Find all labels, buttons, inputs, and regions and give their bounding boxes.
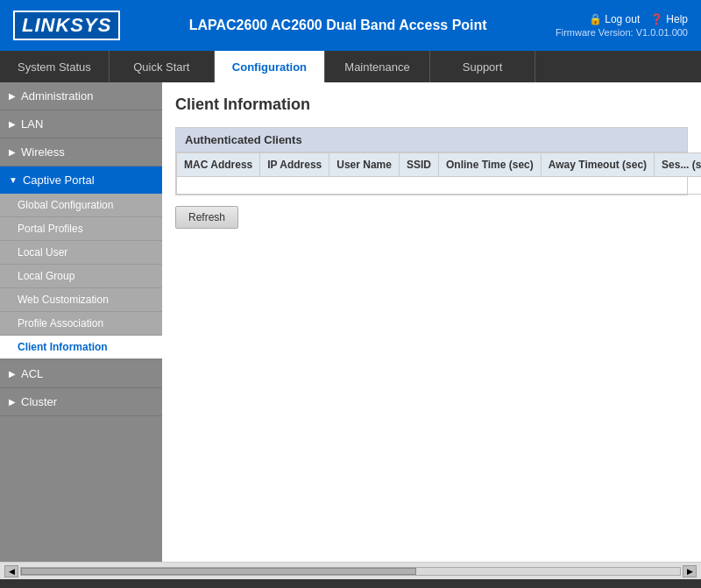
logo-area: LINKSYS [13, 11, 120, 40]
page-title-area: Client Information [175, 96, 688, 114]
footer: © 2016 Belkin International, Inc. and/or… [0, 579, 701, 588]
scroll-left-button[interactable]: ◀ [4, 565, 18, 577]
arrow-icon: ▶ [9, 369, 16, 379]
table-section-header: Authenticated Clients [176, 128, 687, 152]
nav-tabs: System Status Quick Start Configuration … [0, 51, 701, 82]
sidebar-item-client-information[interactable]: Client Information [0, 336, 162, 359]
sidebar: ▶ Administration ▶ LAN ▶ Wireless ▼ Capt… [0, 82, 162, 562]
sidebar-item-global-configuration[interactable]: Global Configuration [0, 194, 162, 217]
main-layout: ▶ Administration ▶ LAN ▶ Wireless ▼ Capt… [0, 82, 701, 562]
tab-quick-start[interactable]: Quick Start [110, 51, 215, 82]
col-ssid: SSID [399, 153, 438, 177]
sidebar-section-lan: ▶ LAN [0, 110, 162, 138]
col-mac-address: MAC Address [177, 153, 260, 177]
sidebar-section-acl: ▶ ACL [0, 360, 162, 388]
sidebar-item-acl[interactable]: ▶ ACL [0, 360, 162, 387]
sidebar-section-wireless: ▶ Wireless [0, 138, 162, 166]
user-icon: 🔒 [589, 13, 602, 25]
captive-portal-submenu: Global Configuration Portal Profiles Loc… [0, 194, 162, 359]
content-area: Client Information Authenticated Clients… [162, 82, 701, 562]
device-title: LAPAC2600 AC2600 Dual Band Access Point [120, 18, 556, 33]
col-online-time: Online Time (sec) [438, 153, 541, 177]
help-link[interactable]: ❓ Help [650, 13, 688, 25]
firmware-info: Firmware Version: V1.0.01.000 [556, 27, 688, 38]
clients-table: MAC Address IP Address User Name SSID On [176, 152, 701, 195]
sidebar-item-cluster[interactable]: ▶ Cluster [0, 388, 162, 415]
sidebar-item-lan[interactable]: ▶ LAN [0, 110, 162, 138]
sidebar-item-portal-profiles[interactable]: Portal Profiles [0, 217, 162, 241]
tab-maintenance[interactable]: Maintenance [325, 51, 430, 82]
horizontal-scrollbar[interactable]: ◀ ▶ [0, 562, 701, 579]
sidebar-section-captive-portal: ▼ Captive Portal Global Configuration Po… [0, 166, 162, 360]
sidebar-section-administration: ▶ Administration [0, 82, 162, 110]
arrow-icon: ▶ [9, 147, 16, 157]
page-title: Client Information [175, 96, 310, 113]
col-away-timeout: Away Timeout (sec) [541, 153, 654, 177]
sidebar-section-cluster: ▶ Cluster [0, 388, 162, 416]
arrow-icon: ▼ [9, 175, 18, 185]
col-user-name: User Name [329, 153, 400, 177]
tab-system-status[interactable]: System Status [0, 51, 110, 82]
refresh-button[interactable]: Refresh [175, 206, 238, 229]
scroll-thumb[interactable] [21, 568, 416, 575]
sidebar-item-local-group[interactable]: Local Group [0, 265, 162, 288]
sidebar-item-profile-association[interactable]: Profile Association [0, 312, 162, 336]
authenticated-clients-section: Authenticated Clients MAC Address IP Add… [175, 127, 688, 195]
header-right: 🔒 Log out ❓ Help Firmware Version: V1.0.… [556, 13, 688, 38]
sidebar-item-captive-portal[interactable]: ▼ Captive Portal [0, 166, 162, 194]
header-actions: 🔒 Log out ❓ Help [589, 13, 688, 25]
sidebar-item-administration[interactable]: ▶ Administration [0, 82, 162, 110]
table-empty-row [177, 177, 702, 195]
logout-link[interactable]: 🔒 Log out [589, 13, 640, 25]
logo: LINKSYS [13, 11, 120, 40]
sidebar-item-web-customization[interactable]: Web Customization [0, 288, 162, 312]
arrow-icon: ▶ [9, 91, 16, 101]
col-ip-address: IP Address [260, 153, 329, 177]
tab-support[interactable]: Support [430, 51, 535, 82]
col-session: Ses... (sec) [655, 153, 701, 177]
arrow-icon: ▶ [9, 397, 16, 407]
sidebar-item-local-user[interactable]: Local User [0, 241, 162, 265]
arrow-icon: ▶ [9, 119, 16, 129]
sidebar-item-wireless[interactable]: ▶ Wireless [0, 138, 162, 166]
header: LINKSYS LAPAC2600 AC2600 Dual Band Acces… [0, 0, 701, 51]
tab-configuration[interactable]: Configuration [215, 51, 325, 82]
help-icon: ❓ [650, 13, 663, 25]
scroll-track[interactable] [20, 567, 681, 576]
scroll-right-button[interactable]: ▶ [683, 565, 697, 577]
